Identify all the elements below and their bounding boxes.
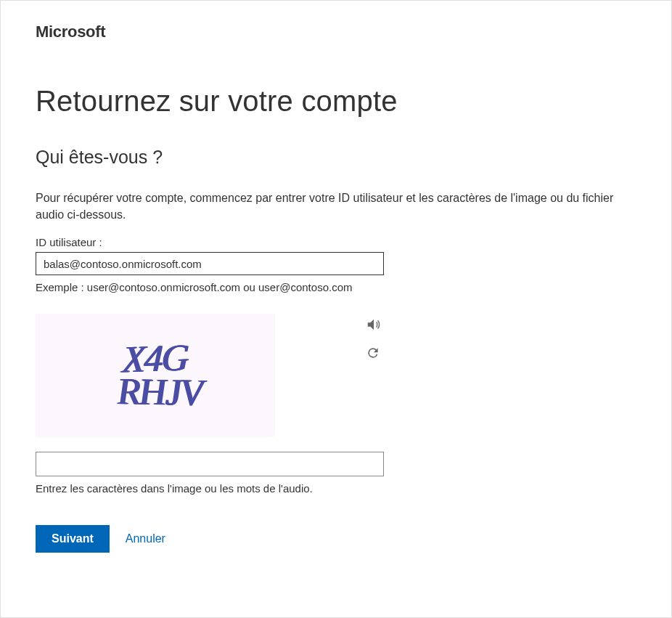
sub-heading: Qui êtes-vous ? [36,147,636,168]
user-id-input[interactable] [36,252,384,275]
refresh-icon[interactable] [366,346,382,362]
audio-icon[interactable] [366,317,382,333]
captcha-image: X4G RHJV [36,314,275,437]
instructions-text: Pour récupérer votre compte, commencez p… [36,190,636,223]
user-id-label: ID utilisateur : [36,236,636,248]
captcha-hint: Entrez les caractères dans l'image ou le… [36,482,636,495]
page-title: Retournez sur votre compte [36,85,636,118]
captcha-input[interactable] [36,452,384,476]
captcha-text-line2: RHJV [117,375,202,410]
microsoft-logo: Microsoft [36,23,636,41]
cancel-link[interactable]: Annuler [126,532,165,545]
next-button[interactable]: Suivant [36,525,110,553]
user-id-example: Exemple : user@contoso.onmicrosoft.com o… [36,281,636,293]
